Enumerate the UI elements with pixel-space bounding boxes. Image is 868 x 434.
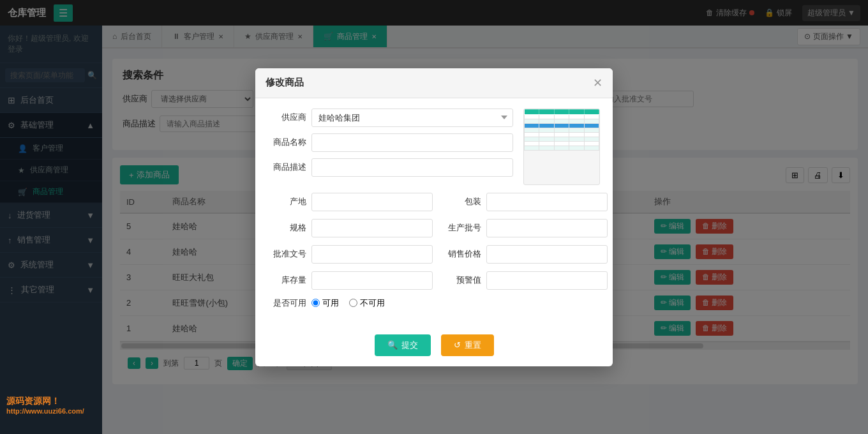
modal-pack-input[interactable]: 瓶 bbox=[486, 193, 608, 211]
modal-supplier-label: 供应商 bbox=[268, 112, 306, 123]
modal-spec-label: 规格 bbox=[268, 222, 306, 234]
image-preview-table bbox=[524, 109, 599, 151]
modal-alert-input[interactable]: 100 bbox=[486, 271, 608, 290]
modal-stock-field: 库存量 1000 bbox=[268, 271, 433, 290]
modal-sale-price-label: 销售价格 bbox=[443, 248, 481, 260]
submit-icon: 🔍 bbox=[387, 340, 398, 350]
modal-available-label: 是否可用 bbox=[268, 297, 306, 309]
modal-stock-input[interactable]: 1000 bbox=[311, 271, 433, 290]
modal-pack-field: 包装 瓶 bbox=[443, 193, 608, 211]
modal-batch-no-input[interactable]: 1234 bbox=[486, 219, 608, 237]
modal-origin-input[interactable]: 武汉 bbox=[311, 193, 433, 211]
modal-batch-text-field: 批准文号 12321 bbox=[268, 245, 433, 264]
modal-sale-price-input[interactable]: 3 bbox=[486, 245, 608, 264]
available-no-input[interactable] bbox=[349, 299, 357, 307]
modal-row-6: 是否可用 可用 不可用 bbox=[268, 297, 600, 309]
modal-reset-button[interactable]: ↺ 重置 bbox=[441, 334, 494, 356]
modal-title: 修改商品 bbox=[266, 77, 304, 89]
available-yes-input[interactable] bbox=[311, 299, 320, 307]
modal-overlay[interactable]: 修改商品 ✕ 供应商 娃哈哈集团 商品名称 娃哈哈 商品描述 22 bbox=[0, 0, 868, 434]
modal-origin-field: 产地 武汉 bbox=[268, 193, 433, 211]
modal-image-area bbox=[523, 108, 600, 185]
modal-row-4: 批准文号 12321 销售价格 3 bbox=[268, 245, 600, 264]
modal-footer: 🔍 提交 ↺ 重置 bbox=[255, 327, 613, 366]
modal-pack-label: 包装 bbox=[443, 196, 481, 207]
modal-batch-text-input[interactable]: 12321 bbox=[311, 245, 433, 264]
modal-body: 供应商 娃哈哈集团 商品名称 娃哈哈 商品描述 22221111 bbox=[255, 98, 613, 327]
modal-goods-name-label: 商品名称 bbox=[268, 137, 306, 148]
available-yes-radio[interactable]: 可用 bbox=[311, 297, 339, 309]
modal-header: 修改商品 ✕ bbox=[255, 68, 613, 98]
modal-desc-field: 商品描述 22221111 bbox=[268, 158, 513, 177]
modal-stock-label: 库存量 bbox=[268, 274, 306, 286]
modal-row-2: 产地 武汉 包装 瓶 bbox=[268, 193, 600, 211]
modal-batch-no-field: 生产批号 1234 bbox=[443, 219, 608, 237]
modal-batch-no-label: 生产批号 bbox=[443, 222, 481, 234]
modal-supplier-field: 供应商 娃哈哈集团 bbox=[268, 108, 513, 127]
modal-batch-text-label: 批准文号 bbox=[268, 248, 306, 260]
modal-spec-field: 规格 300ML bbox=[268, 219, 433, 237]
supplier-section: 供应商 娃哈哈集团 商品名称 娃哈哈 商品描述 22221111 bbox=[268, 108, 513, 177]
modal-desc-label: 商品描述 bbox=[268, 161, 306, 173]
modal-row-3: 规格 300ML 生产批号 1234 bbox=[268, 219, 600, 237]
available-no-radio[interactable]: 不可用 bbox=[349, 297, 385, 309]
modal-alert-field: 预警值 100 bbox=[443, 271, 608, 290]
modal-spec-input[interactable]: 300ML bbox=[311, 219, 433, 237]
modal-row-5: 库存量 1000 预警值 100 bbox=[268, 271, 600, 290]
modal-available-field: 是否可用 可用 不可用 bbox=[268, 297, 600, 309]
modal-close-button[interactable]: ✕ bbox=[593, 76, 602, 90]
modal-sale-price-field: 销售价格 3 bbox=[443, 245, 608, 264]
modal-desc-input[interactable]: 22221111 bbox=[311, 158, 513, 177]
modal-submit-button[interactable]: 🔍 提交 bbox=[375, 334, 431, 356]
modal-goods-name-input[interactable]: 娃哈哈 bbox=[311, 133, 513, 152]
edit-goods-modal: 修改商品 ✕ 供应商 娃哈哈集团 商品名称 娃哈哈 商品描述 22 bbox=[255, 68, 613, 366]
modal-radio-group: 可用 不可用 bbox=[311, 297, 385, 309]
modal-alert-label: 预警值 bbox=[443, 274, 481, 286]
modal-goods-name-field: 商品名称 娃哈哈 bbox=[268, 133, 513, 152]
reset-icon-modal: ↺ bbox=[454, 340, 461, 350]
modal-row-1: 供应商 娃哈哈集团 商品名称 娃哈哈 商品描述 22221111 bbox=[268, 108, 600, 185]
modal-supplier-select[interactable]: 娃哈哈集团 bbox=[311, 108, 513, 127]
modal-origin-label: 产地 bbox=[268, 196, 306, 207]
